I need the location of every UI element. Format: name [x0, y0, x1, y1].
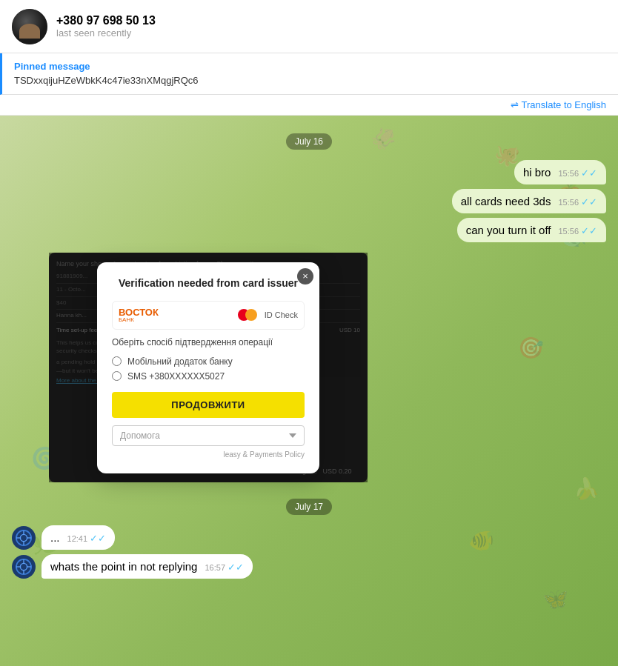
continue-button[interactable]: ПРОДОВЖИТИ [112, 392, 305, 418]
contact-status: last seen recently [56, 27, 606, 39]
radio-mobile-label: Мобільний додаток банку [127, 356, 233, 367]
date-separator-2: July 17 [286, 499, 332, 515]
pinned-text: TSDxxqijuHZeWbkK4c47ie33nXMqgjRQc6 [14, 75, 199, 86]
message-meta: 16:57 ✓✓ [205, 562, 244, 573]
site-policy-link[interactable]: leasy & Payments Policy [112, 450, 305, 459]
read-check-icon: ✓✓ [581, 196, 597, 207]
message-row: can you turn it off 15:56 ✓✓ [12, 218, 606, 242]
message-meta: 15:56 ✓✓ [558, 196, 597, 207]
pinned-label: Pinned message [14, 61, 199, 72]
message-time: 15:56 [558, 198, 579, 207]
translate-button[interactable]: ⇌ Translate to English [511, 99, 606, 110]
translate-bar: ⇌ Translate to English [0, 95, 618, 116]
message-bubble: hi bro 15:56 ✓✓ [514, 160, 606, 184]
screenshot-container: Name your shop Account set-up fee Listin… [49, 253, 368, 482]
modal-bank-header: ВОСТОК БАНК ID Check [112, 301, 305, 330]
message-time: 12:41 [67, 534, 88, 543]
translate-icon: ⇌ [511, 99, 519, 110]
bank-logo: ВОСТОК БАНК [119, 307, 159, 323]
read-check-icon: ✓✓ [581, 225, 597, 236]
message-bubble: all cards need 3ds 15:56 ✓✓ [452, 189, 606, 213]
close-icon: × [302, 270, 308, 282]
pinned-message-bar[interactable]: Pinned message TSDxxqijuHZeWbkK4c47ie33n… [0, 53, 618, 95]
date-separator-1: July 16 [286, 133, 332, 150]
message-bubble: ... 12:41 ✓✓ [41, 525, 115, 550]
message-time: 15:56 [558, 169, 579, 178]
bank-name: ВОСТОК [119, 307, 159, 317]
message-meta: 12:41 ✓✓ [67, 533, 107, 544]
message-text: can you turn it off [466, 224, 551, 236]
message-text: hi bro [523, 166, 551, 179]
radio-option-mobile[interactable]: Мобільний додаток банку [112, 356, 305, 367]
verification-modal: × Verification needed from card issuer В… [97, 262, 319, 473]
message-meta: 15:56 ✓✓ [558, 225, 597, 236]
contact-avatar[interactable] [12, 9, 47, 44]
sender-avatar [12, 555, 36, 579]
message-meta: 15:56 ✓✓ [558, 167, 597, 179]
message-bubble: can you turn it off 15:56 ✓✓ [457, 218, 606, 242]
message-time: 16:57 [205, 563, 225, 572]
message-time: 15:56 [558, 227, 579, 236]
help-select[interactable]: Допомога [112, 425, 305, 446]
contact-info: +380 97 698 50 13 last seen recently [56, 14, 606, 39]
read-check-icon: ✓✓ [581, 167, 597, 179]
message-row: ... 12:41 ✓✓ [12, 525, 606, 550]
message-row: hi bro 15:56 ✓✓ [12, 160, 606, 184]
bank-sub: БАНК [119, 317, 159, 323]
sender-avatar [12, 526, 36, 550]
radio-sms-input[interactable] [112, 371, 122, 381]
id-check-label: ID Check [265, 310, 298, 319]
chat-header: +380 97 698 50 13 last seen recently [0, 0, 618, 53]
radio-mobile-input[interactable] [112, 356, 122, 366]
message-text: all cards need 3ds [461, 195, 551, 207]
translate-label: Translate to English [522, 99, 606, 110]
modal-close-button[interactable]: × [297, 268, 313, 285]
message-row: whats the point in not replying 16:57 ✓✓ [12, 554, 606, 579]
modal-overlay: × Verification needed from card issuer В… [49, 253, 368, 482]
contact-name: +380 97 698 50 13 [56, 14, 606, 27]
modal-subtitle: Оберіть спосіб підтвердження операції [112, 337, 305, 347]
message-bubble: whats the point in not replying 16:57 ✓✓ [41, 554, 253, 579]
card-brand: ID Check [238, 309, 298, 321]
messages-list: July 16 hi bro 15:56 ✓✓ all cards need 3… [0, 116, 618, 591]
read-check-icon: ✓✓ [227, 562, 244, 573]
camera-aperture-icon [16, 530, 32, 546]
message-text: ... [50, 531, 60, 544]
mastercard-icon [238, 309, 257, 321]
verification-options: Мобільний додаток банку SMS +380XXXXXX50… [112, 356, 305, 382]
message-text: whats the point in not replying [50, 560, 197, 573]
radio-option-sms[interactable]: SMS +380XXXXXX5027 [112, 371, 305, 382]
message-row: all cards need 3ds 15:56 ✓✓ [12, 189, 606, 213]
read-check-icon: ✓✓ [90, 533, 106, 544]
camera-aperture-icon [16, 559, 32, 575]
modal-title: Verification needed from card issuer [112, 277, 305, 289]
radio-sms-label: SMS +380XXXXXX5027 [127, 371, 225, 382]
chat-area: 🐙 🍎 🦑 🐟 🍌 🦋 🌀 🎯 🌿 🐠 July 16 hi bro 15:56… [0, 116, 618, 666]
